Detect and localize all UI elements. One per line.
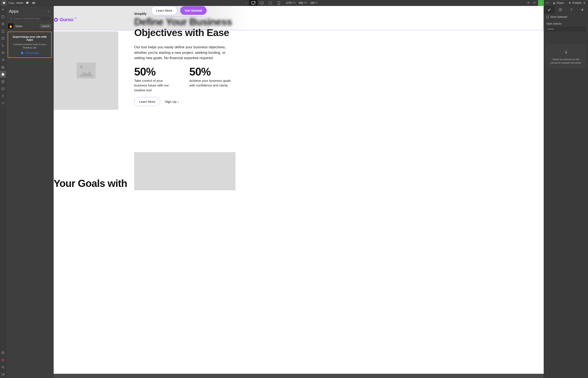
svg-point-12 — [2, 52, 3, 53]
ecommerce-icon[interactable] — [0, 56, 6, 64]
nav-learn-more-button[interactable]: Learn More — [151, 6, 177, 15]
image-placeholder-large — [134, 152, 235, 190]
selector-indicator-icon — [547, 16, 549, 18]
apps-panel: Apps 🔥 Slater Launch Supercharge your si… — [6, 6, 54, 378]
symbols-icon[interactable] — [0, 13, 6, 20]
page-canvas[interactable]: Guroo® Learn More Get Started Simplify D… — [54, 6, 544, 374]
page-label: Page: — [9, 1, 15, 4]
svg-point-33 — [571, 11, 572, 11]
slater-app-icon: 🔥 — [8, 24, 13, 29]
checklist-icon[interactable] — [0, 356, 6, 364]
svg-rect-8 — [2, 23, 4, 23]
status-ok-icon[interactable] — [538, 0, 544, 6]
svg-point-36 — [567, 51, 567, 51]
settings-icon[interactable] — [0, 78, 6, 85]
app-name: Slater — [15, 25, 38, 28]
publish-button[interactable]: Publish▾ — [566, 0, 587, 6]
navigator-icon[interactable] — [0, 20, 6, 27]
export-code-icon[interactable] — [544, 0, 550, 6]
apps-search-input[interactable] — [14, 17, 49, 20]
svg-point-11 — [2, 37, 4, 38]
apps-panel-title: Apps — [9, 9, 19, 14]
launch-button[interactable]: Launch — [40, 24, 51, 28]
cms-icon[interactable] — [0, 35, 6, 42]
assets-icon[interactable] — [0, 64, 6, 71]
svg-point-18 — [3, 89, 3, 89]
users-icon[interactable] — [0, 49, 6, 56]
selector-text: None Selected — [550, 15, 567, 18]
brackets-icon[interactable] — [0, 100, 6, 107]
apps-promo-card: Supercharge your site with Apps Connect … — [8, 32, 52, 58]
canvas-height: 935PX — [299, 1, 307, 4]
variables-icon[interactable] — [0, 85, 6, 92]
stat-value-2: 50% — [189, 65, 232, 78]
svg-rect-1 — [253, 4, 254, 4]
svg-point-34 — [566, 50, 566, 51]
add-elements-icon[interactable] — [0, 6, 6, 13]
undo-icon[interactable] — [525, 0, 531, 6]
breakpoint-switcher — [249, 0, 283, 6]
canvas-zoom[interactable]: 100% — [310, 1, 318, 4]
breakpoint-desktop[interactable] — [258, 0, 266, 6]
breakpoint-desktop-large[interactable] — [249, 0, 258, 6]
cta-learn-more-button[interactable]: Learn More — [134, 97, 160, 106]
svg-point-14 — [2, 61, 3, 61]
svg-point-31 — [571, 9, 571, 9]
stat-value-1: 50% — [134, 65, 177, 78]
apps-search[interactable] — [8, 16, 51, 21]
breakpoint-menu-icon[interactable]: ⋮ — [244, 0, 248, 6]
stats-row: 50% Take control of your business future… — [134, 65, 232, 93]
style-panel: None Selected Style selector None Select… — [544, 6, 588, 378]
cta-signup-link[interactable]: Sign Up › — [165, 100, 179, 104]
search-icon[interactable] — [0, 364, 6, 371]
find-app-link[interactable]: Find an App — [11, 52, 49, 54]
svg-rect-22 — [2, 359, 3, 360]
hero-body: Our tool helps you easily define your bu… — [134, 44, 236, 61]
cta-row: Learn More Sign Up › — [134, 97, 179, 106]
close-icon[interactable] — [47, 10, 50, 13]
chevron-right-icon: › — [178, 100, 179, 104]
svg-rect-9 — [2, 24, 4, 24]
svg-rect-5 — [269, 2, 272, 4]
settings-tab-icon[interactable] — [555, 6, 566, 14]
app-list-item[interactable]: 🔥 Slater Launch — [8, 24, 51, 29]
pages-icon[interactable] — [0, 27, 6, 35]
page-name[interactable]: Home — [16, 1, 23, 4]
nav-get-started-button[interactable]: Get Started — [180, 6, 207, 15]
svg-rect-10 — [2, 25, 4, 25]
logic-icon[interactable] — [0, 42, 6, 49]
share-button[interactable]: Share — [551, 0, 566, 6]
style-panel-empty-state: Select an element on the canvas to activ… — [546, 45, 586, 68]
svg-line-27 — [12, 19, 12, 20]
right-panel-tabs — [544, 6, 588, 14]
webflow-logo[interactable] — [1, 0, 7, 6]
interactions-tab-icon[interactable] — [577, 6, 588, 14]
tap-cursor-icon — [564, 50, 568, 55]
apps-icon[interactable] — [0, 71, 6, 78]
svg-point-20 — [3, 353, 3, 353]
hero-headline: Define Your Business Objectives with Eas… — [134, 16, 232, 38]
svg-point-32 — [572, 9, 572, 9]
canvas-width[interactable]: 1275PX — [286, 1, 296, 4]
canvas-bottom-bar — [54, 374, 544, 378]
style-tab-icon[interactable] — [544, 6, 555, 14]
audit-icon[interactable] — [0, 92, 6, 100]
section-heading: Your Goals with — [54, 177, 127, 189]
preview-eye-icon[interactable] — [31, 0, 37, 6]
canvas-area: Guroo® Learn More Get Started Simplify D… — [54, 6, 544, 378]
topbar: Page: Home ⋮ 1275PX 935PX 100% — [0, 0, 588, 6]
selector-row: None Selected — [544, 14, 588, 21]
redo-icon[interactable] — [532, 0, 538, 6]
section-eyebrow: Simplify — [134, 12, 147, 15]
breakpoint-tablet[interactable] — [266, 0, 274, 6]
svg-point-23 — [2, 366, 4, 368]
breakpoint-mobile-landscape[interactable] — [274, 0, 283, 6]
comments-icon[interactable] — [24, 0, 30, 6]
video-tutorial-icon[interactable] — [0, 371, 6, 378]
svg-point-15 — [4, 61, 4, 61]
help-icon[interactable] — [0, 349, 6, 356]
effects-tab-icon[interactable] — [566, 6, 577, 14]
image-placeholder-icon — [77, 63, 96, 79]
svg-point-17 — [2, 67, 3, 67]
style-selector-input[interactable]: None — [546, 26, 586, 32]
